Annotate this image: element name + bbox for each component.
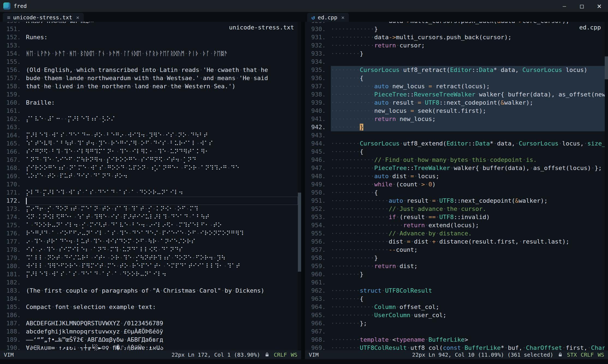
- code-line[interactable]: 153.: [0, 41, 298, 50]
- code-line[interactable]: 158.that·he·lived·in·the·northern·land·n…: [0, 82, 298, 90]
- scrollbar[interactable]: [605, 22, 608, 350]
- code-line[interactable]: 968.········template·<typename·BufferLik…: [305, 336, 605, 344]
- code-line[interactable]: 959.············return·dist;: [305, 262, 605, 270]
- code-line[interactable]: 160.Braille:: [0, 99, 298, 107]
- code-line[interactable]: 940.············new_locus·=·seek(result.…: [305, 107, 605, 115]
- code-line[interactable]: 157.bude·thaem·lande·northweardum·with·t…: [0, 74, 298, 82]
- scrollbar[interactable]: [298, 22, 301, 350]
- code-line[interactable]: 951.················auto·result·=·UTF8::…: [305, 197, 605, 205]
- code-line[interactable]: 965.············UserColumn·user_col;: [305, 311, 605, 319]
- code-line[interactable]: 943.: [305, 131, 605, 139]
- whitespace-dots: ·: [95, 140, 98, 147]
- code-line[interactable]: 966.········};: [305, 319, 605, 327]
- code-line[interactable]: 156.(Old·English,·which·transcribed·into…: [0, 66, 298, 74]
- code-line[interactable]: 186.: [0, 311, 298, 319]
- code-line[interactable]: 957.················--count;: [305, 246, 605, 254]
- code-line[interactable]: 152.Runes:: [0, 33, 298, 41]
- code-line[interactable]: 952.················//·Just·advance·the·…: [305, 205, 605, 213]
- tab-ed-cpp[interactable]: ↺ ed.cpp ×: [307, 13, 349, 22]
- code-line[interactable]: 962.········struct·UTF8ColResult: [305, 287, 605, 295]
- code-line[interactable]: 165.⠱⠁⠞⠑⠧⠻·⠁⠃⠳⠞·⠹⠁⠞⠲·⡹⠑·⠗⠑⠛⠊⠌⠻·⠕⠋·⠙⠊⠎·⠃⠥…: [0, 139, 298, 148]
- code-line[interactable]: 168.⡎⠊⠗⠕⠕⠛⠑⠰⠎·⠝⠁⠍⠑·⠺⠁⠎·⠛⠕⠕⠙·⠥⠏⠕⠝·⠰⡡⠁⠝⠛⠑⠂…: [0, 164, 298, 172]
- code-line[interactable]: 161.: [0, 107, 298, 115]
- code-line[interactable]: 945.········{: [305, 148, 605, 156]
- code-line[interactable]: 188.abcdefghijklmnopqrstuvwxyz·£©µÀÆÖÞßé…: [0, 327, 298, 336]
- code-line[interactable]: 171.⡕⠇⠙·⡍⠜⠇⠑⠹·⠺⠁⠎·⠁⠎·⠙⠑⠁⠙·⠁⠎·⠁·⠙⠕⠕⠗⠤⠝⠁⠊⠇…: [0, 189, 298, 197]
- code-line[interactable]: 182.: [0, 278, 298, 287]
- code-line[interactable]: 172.: [0, 197, 298, 205]
- line-content: ················auto·result·=·UTF8::next…: [331, 197, 605, 205]
- code-line[interactable]: 159.: [0, 90, 298, 99]
- code-line[interactable]: 184.: [0, 295, 298, 303]
- code-line[interactable]: 179.⠩⠁⠇⠇·⠝⠕⠞·⠙⠊⠌⠥⠗⠃·⠊⠞⠂·⠕⠗·⠹⠑·⡊⠳⠝⠞⠗⠹⠰⠎·⠙…: [0, 254, 298, 262]
- code-line[interactable]: 938.············PieceTree::ReverseTreeWa…: [305, 90, 605, 99]
- code-line[interactable]: 183.(The·first·couple·of·paragraphs·of·"…: [0, 287, 298, 295]
- code-line[interactable]: 187.ABCDEFGHIJKLMNOPQRSTUVWXYZ·/01234567…: [0, 319, 298, 327]
- code-line[interactable]: 154.ᚻᛖ·ᚳᚹᚫᚦ·ᚦᚫᛏ·ᚻᛖ·ᛒᚢᛞᛖ·ᚩᚾ·ᚦᚫᛗ·ᛚᚪᚾᛞᛖ·ᚾᚩᚱ…: [0, 50, 298, 58]
- scrollbar-thumb[interactable]: [298, 193, 301, 271]
- code-line[interactable]: 190.∀∂∈ℝ∧∪≡∞·↑↗↨↻⇣·┐┼╔╘░►☺♀·ﬁ�⑀₂ἠḂӥẄɐː⍎א…: [0, 344, 298, 350]
- code-line[interactable]: 960.········}: [305, 270, 605, 278]
- code-line[interactable]: 955.················//·Advance·by·distan…: [305, 229, 605, 238]
- code-line[interactable]: 163.: [0, 123, 298, 131]
- code-line[interactable]: 164.⡍⠜⠇⠑⠹·⠺⠁⠎·⠙⠑⠁⠙⠒·⠞⠕·⠃⠑⠛⠔·⠺⠊⠹⠲·⡹⠻⠑·⠊⠎·…: [0, 131, 298, 139]
- code-line[interactable]: 964.············Column·offset_col;: [305, 303, 605, 311]
- tab-close-icon[interactable]: ×: [341, 14, 345, 21]
- code-line[interactable]: 941.············return·new_locus;: [305, 115, 605, 123]
- pane-divider[interactable]: [301, 22, 305, 359]
- code-area[interactable]: 929.················data->multi_cursors.…: [305, 22, 605, 350]
- editor-pane-left[interactable]: 150.እግርህን·በፍራሽህ·ልክ·ዘርጋ።151.152.Runes:153…: [0, 22, 301, 350]
- code-line[interactable]: 174.⠪⠝·⠅⠝⠪⠇⠫⠛⠑⠂·⠱⠁⠞·⠹⠻⠑·⠊⠎·⠏⠜⠞⠊⠊⠥⠇⠜⠇⠹·⠙⠑…: [0, 213, 298, 221]
- code-line[interactable]: 954.····················return·extend(lo…: [305, 221, 605, 229]
- code-line[interactable]: 956.················dist·=·dist·+·distan…: [305, 238, 605, 246]
- code-line[interactable]: 950.············{: [305, 189, 605, 197]
- text-file-icon: ≡: [7, 14, 10, 21]
- code-line[interactable]: 181.⡍⠜⠇⠑⠹·⠺⠁⠎·⠁⠎·⠙⠑⠁⠙·⠁⠎·⠁·⠙⠕⠕⠗⠤⠝⠁⠊⠇⠲: [0, 270, 298, 278]
- code-area[interactable]: 150.እግርህን·በፍራሽህ·ልክ·ዘርጋ።151.152.Runes:153…: [0, 22, 298, 350]
- code-line[interactable]: 169.⠡⠕⠎⠑·⠞⠕·⠏⠥⠞·⠙⠊⠎·⠙⠁⠝⠙·⠞⠕⠲: [0, 172, 298, 180]
- code-line[interactable]: 934.: [305, 58, 605, 66]
- code-line[interactable]: 178.⠊⠎·⠔·⠹⠑·⠎⠊⠍⠊⠇⠑⠆·⠁⠝⠙·⠍⠹·⠥⠝⠙⠁⠇⠇⠪⠫·⠙⠁⠝⠙…: [0, 246, 298, 254]
- code-line[interactable]: 155.: [0, 58, 298, 66]
- code-line[interactable]: 932.············return·cursor;: [305, 41, 605, 50]
- whitespace-dots: ·: [73, 238, 76, 245]
- code-line[interactable]: 937.············auto·new_locus·=·retract…: [305, 82, 605, 90]
- code-line[interactable]: 967.: [305, 327, 605, 336]
- close-button[interactable]: ×: [591, 0, 608, 12]
- code-line[interactable]: 946.············//·Find·out·how·many·byt…: [305, 156, 605, 164]
- code-line[interactable]: 176.⠗⠑⠛⠜⠙·⠁·⠊⠕⠋⠋⠔⠤⠝⠁⠊⠇·⠁⠎·⠹⠑·⠙⠑⠁⠙⠑⠌·⠏⠊⠑⠊…: [0, 229, 298, 238]
- tab-unicode-stress-txt[interactable]: ≡ unicode-stress.txt ×: [3, 13, 84, 22]
- code-line[interactable]: 947.············PieceTree::TreeWalker·wa…: [305, 164, 605, 172]
- code-line[interactable]: 969.········UTF8ColResult·utf8_col(const…: [305, 344, 605, 350]
- code-line[interactable]: 170.: [0, 180, 298, 189]
- minimize-button[interactable]: —: [556, 0, 573, 12]
- scrollbar-thumb[interactable]: [605, 56, 608, 79]
- code-line[interactable]: 175.⠁·⠙⠕⠕⠗⠤⠝⠁⠊⠇⠲·⡊·⠍⠊⠣⠞·⠙⠁⠧⠑·⠃⠑⠲·⠔⠊⠇⠔⠫⠂·…: [0, 221, 298, 229]
- code-line[interactable]: 963.········{: [305, 295, 605, 303]
- code-line[interactable]: 931.············data->multi_cursors.push…: [305, 33, 605, 41]
- editor-pane-right[interactable]: 929.················data->multi_cursors.…: [305, 22, 608, 350]
- code-line[interactable]: 958.············}: [305, 254, 605, 262]
- code-line[interactable]: 936.········{: [305, 74, 605, 82]
- code-line[interactable]: 167.⠁⠝⠙·⠹⠑·⠡⠊⠑⠋·⠍⠳⠗⠝⠻⠲·⡎⠊⠗⠕⠕⠛⠑·⠎⠊⠛⠝⠫·⠊⠞⠲…: [0, 156, 298, 164]
- code-line[interactable]: 930.············}: [305, 25, 605, 33]
- code-line[interactable]: 942.········}: [305, 123, 605, 131]
- code-line[interactable]: 948.············auto·dist·=·locus;: [305, 172, 605, 180]
- tab-close-icon[interactable]: ×: [76, 14, 79, 21]
- code-line[interactable]: 162.⡌⠁⠧⠑·⠼⠁⠒··⡍⠜⠇⠑⠹⠰⠎·⡣⠕⠌: [0, 115, 298, 123]
- code-line[interactable]: 939.············auto·result·=·UTF8::next…: [305, 99, 605, 107]
- code-line[interactable]: 929.················data->multi_cursors.…: [305, 22, 605, 25]
- code-line[interactable]: 935.········CursorLocus·utf8_retract(Edi…: [305, 66, 605, 74]
- code-line[interactable]: 944.········CursorLocus·utf8_extend(Edit…: [305, 139, 605, 148]
- code-line[interactable]: 953.················if·(result·==·UTF8::…: [305, 213, 605, 221]
- code-line[interactable]: 177.⠔·⠹⠑·⠞⠗⠁⠙⠑⠲·⡃⠥⠞·⠹⠑·⠺⠊⠎⠙⠕⠍·⠕⠋·⠳⠗·⠁⠝⠊⠑…: [0, 238, 298, 246]
- maximize-button[interactable]: □: [573, 0, 591, 12]
- code-line[interactable]: 933.········}: [305, 50, 605, 58]
- code-line[interactable]: 961.: [305, 278, 605, 287]
- code-line[interactable]: 173.⡍⠔⠙⠖·⡊·⠙⠕⠝⠰⠞·⠍⠑⠁⠝·⠞⠕·⠎⠁⠹·⠹⠁⠞·⡊·⠅⠝⠪⠂·…: [0, 205, 298, 213]
- code-line[interactable]: 949.············while·(count·>·0): [305, 180, 605, 189]
- code-line[interactable]: 166.⠎⠊⠛⠝⠫·⠃⠹·⠹⠑·⠊⠇⠻⠛⠹⠍⠁⠝⠂·⠹⠑·⠊⠇⠻⠅⠂·⠹⠑·⠥⠝…: [0, 148, 298, 156]
- code-line[interactable]: 180.⠺⠊⠇⠇·⠹⠻⠑⠋⠕⠗⠑·⠏⠻⠍⠊⠞·⠍⠑·⠞⠕·⠗⠑⠏⠑⠁⠞⠂·⠑⠍⠏…: [0, 262, 298, 270]
- code-line[interactable]: 189.–—‘“”„†•…‰™œŠŸž€·ΑΒΓΔΩαβγδω·АБВГДабв…: [0, 336, 298, 344]
- code-line[interactable]: 185.Compact·font·selection·example·text:: [0, 303, 298, 311]
